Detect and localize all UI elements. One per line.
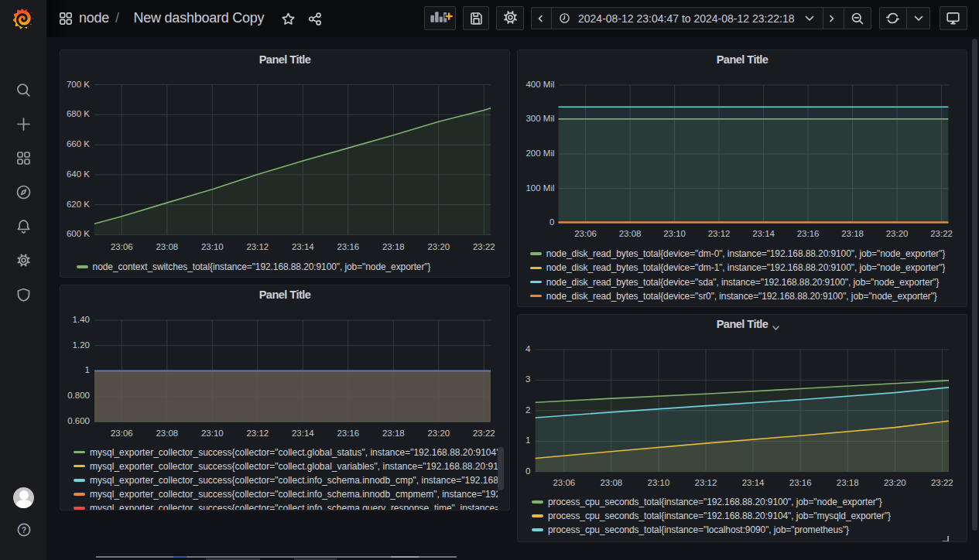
svg-text:?: ? xyxy=(22,525,26,534)
